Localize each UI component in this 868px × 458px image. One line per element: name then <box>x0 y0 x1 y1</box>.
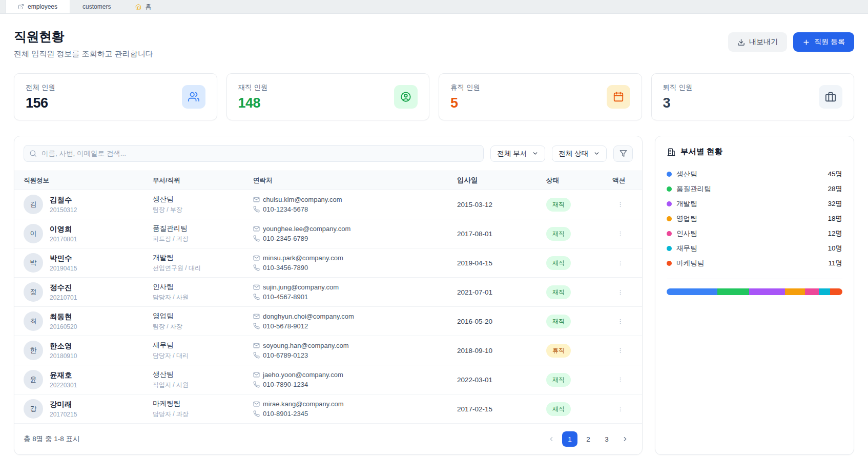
email: soyoung.han@company.com <box>253 342 448 349</box>
table-row[interactable]: 강 강미래 20170215 마케팅팀 담당자 / 과장 mirae.kang@… <box>14 394 642 424</box>
briefcase-icon <box>819 85 842 109</box>
calendar-icon <box>607 85 630 109</box>
mail-icon <box>253 401 260 407</box>
department-summary-panel: 부서별 현황 생산팀45명품질관리팀28명개발팀32명영업팀18명인사팀12명재… <box>655 136 854 455</box>
export-button[interactable]: 내보내기 <box>728 32 787 52</box>
email: donghyun.choi@company.com <box>253 313 448 320</box>
status-badge: 휴직 <box>546 344 571 358</box>
column-header: 액션 <box>598 176 642 185</box>
row-actions-button[interactable] <box>613 286 628 298</box>
table-row[interactable]: 최 최동현 20160520 영업팀 팀장 / 차장 donghyun.choi… <box>14 307 642 336</box>
search-field <box>24 145 484 162</box>
employee-id: 20210701 <box>50 294 77 301</box>
phone-icon <box>253 381 260 388</box>
stat-label: 휴직 인원 <box>450 83 480 92</box>
position: 파트장 / 과장 <box>153 235 244 243</box>
page-button-3[interactable]: 3 <box>599 431 614 447</box>
page-button-2[interactable]: 2 <box>581 431 596 447</box>
row-actions-button[interactable] <box>613 228 628 240</box>
next-page-button[interactable] <box>617 431 633 447</box>
tab-label: customers <box>82 3 111 10</box>
department-color-dot <box>667 186 672 192</box>
distribution-segment <box>785 288 805 295</box>
department-list-item: 영업팀18명 <box>667 211 842 226</box>
department-list-item: 개발팀32명 <box>667 196 842 211</box>
phone-icon <box>253 206 260 213</box>
table-row[interactable]: 박 박민수 20190415 개발팀 선임연구원 / 대리 minsu.park… <box>14 248 642 278</box>
filter-button[interactable] <box>613 145 633 162</box>
table-toolbar: 전체 부서 전체 상태 <box>14 136 642 171</box>
phone: 010-8901-2345 <box>253 410 448 418</box>
table-row[interactable]: 한 한소영 20180910 재무팀 담당자 / 대리 soyoung.han@… <box>14 336 642 365</box>
row-actions-button[interactable] <box>613 374 628 386</box>
stat-label: 재직 인원 <box>238 83 268 92</box>
user-circle-icon <box>394 85 418 109</box>
stat-card: 재직 인원148 <box>226 73 430 120</box>
kebab-menu-icon <box>617 230 624 238</box>
row-actions-button[interactable] <box>613 257 628 269</box>
status-filter-select[interactable]: 전체 상태 <box>552 145 607 162</box>
avatar: 한 <box>24 341 43 360</box>
pagination-summary: 총 8명 중 1-8 표시 <box>24 434 80 444</box>
department-color-dot <box>667 246 672 251</box>
employee-id: 20170215 <box>50 411 77 418</box>
table-row[interactable]: 김 김철수 20150312 생산팀 팀장 / 부장 chulsu.kim@co… <box>14 190 642 219</box>
funnel-icon <box>619 150 627 157</box>
employee-name: 정수진 <box>50 283 77 293</box>
employee-id: 20180910 <box>50 352 77 360</box>
email: sujin.jung@company.com <box>253 283 448 291</box>
status-badge: 재직 <box>546 402 571 416</box>
status-badge: 재직 <box>546 315 571 328</box>
tab-employees[interactable]: employees <box>5 0 70 13</box>
stat-label: 퇴직 인원 <box>663 83 693 92</box>
status-badge: 재직 <box>546 285 571 299</box>
employee-id: 20190415 <box>50 265 77 272</box>
mail-icon <box>253 225 260 232</box>
row-actions-button[interactable] <box>613 403 628 415</box>
search-input[interactable] <box>24 145 484 162</box>
employee-id: 20220301 <box>50 382 77 389</box>
tab-홈[interactable]: 홈 <box>123 0 163 13</box>
department-distribution-bar <box>667 288 842 295</box>
row-actions-button[interactable] <box>613 199 628 211</box>
department-count: 32명 <box>828 199 842 209</box>
distribution-segment <box>749 288 785 295</box>
stat-value: 5 <box>450 95 480 111</box>
position: 작업자 / 사원 <box>153 381 244 389</box>
department-list-item: 품질관리팀28명 <box>667 181 842 196</box>
table-footer: 총 8명 중 1-8 표시 123 <box>14 424 642 454</box>
row-actions-button[interactable] <box>613 345 628 357</box>
table-row[interactable]: 윤 윤재호 20220301 생산팀 작업자 / 사원 jaeho.yoon@c… <box>14 365 642 394</box>
department-count: 28명 <box>828 184 842 194</box>
status-badge: 재직 <box>546 227 571 241</box>
kebab-menu-icon <box>617 405 624 413</box>
stat-card: 휴직 인원5 <box>439 73 642 120</box>
distribution-segment <box>717 288 749 295</box>
stat-value: 3 <box>663 95 693 111</box>
page-title: 직원현황 <box>14 28 153 45</box>
department-list-item: 재무팀10명 <box>667 241 842 256</box>
previous-page-button[interactable] <box>544 431 559 447</box>
add-employee-button[interactable]: 직원 등록 <box>793 32 854 52</box>
chev-right-icon <box>622 435 629 443</box>
mail-icon <box>253 284 260 290</box>
table-row[interactable]: 정 정수진 20210701 인사팀 담당자 / 사원 sujin.jung@c… <box>14 278 642 307</box>
phone: 010-3456-7890 <box>253 264 448 272</box>
department-color-dot <box>667 261 672 266</box>
avatar: 박 <box>24 253 43 273</box>
department-color-dot <box>667 231 672 236</box>
avatar: 윤 <box>24 370 43 389</box>
row-actions-button[interactable] <box>613 316 628 327</box>
table-row[interactable]: 이 이영희 20170801 품질관리팀 파트장 / 과장 younghee.l… <box>14 219 642 248</box>
page-button-1[interactable]: 1 <box>562 431 577 447</box>
building-icon <box>667 148 676 157</box>
employee-id: 20160520 <box>50 323 77 330</box>
department-count: 11명 <box>828 259 842 268</box>
department-filter-select[interactable]: 전체 부서 <box>490 145 545 162</box>
tab-customers[interactable]: customers <box>70 0 123 13</box>
stat-label: 전체 인원 <box>26 83 55 92</box>
phone: 010-7890-1234 <box>253 381 448 388</box>
status-badge: 재직 <box>546 198 571 212</box>
kebab-menu-icon <box>617 376 624 384</box>
employee-name: 최동현 <box>50 312 77 322</box>
